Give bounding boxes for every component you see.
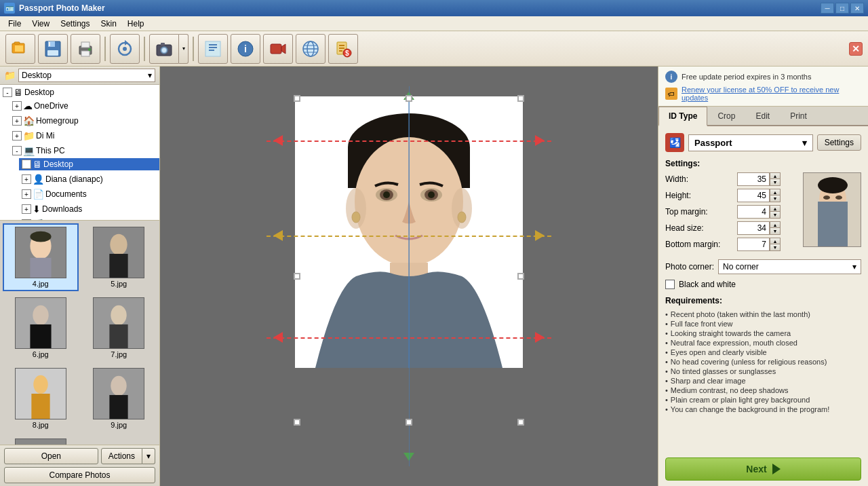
thumbnail-4[interactable]: 4.jpg — [3, 223, 79, 291]
close-toolbar-button[interactable]: ✕ — [849, 42, 863, 56]
width-input[interactable] — [737, 172, 770, 186]
width-up-button[interactable]: ▲ — [770, 172, 781, 179]
svg-rect-38 — [30, 258, 51, 278]
tree-row-diana[interactable]: + 👤 Diana (dianapc) — [19, 173, 159, 185]
tree-row-desktop-sub[interactable]: + 🖥 Desktop — [19, 158, 159, 170]
photo-preview — [803, 172, 861, 247]
corner-handle-tr[interactable] — [517, 95, 524, 102]
crop-arrow-left-top[interactable] — [273, 135, 283, 146]
minimize-button[interactable]: ─ — [821, 3, 834, 14]
svg-marker-24 — [281, 44, 285, 54]
passport-selector: 🛂 Passport ▾ Settings — [665, 133, 861, 152]
bw-checkbox[interactable] — [665, 280, 675, 289]
orders-button[interactable]: $ — [328, 34, 358, 64]
bottom-margin-up-button[interactable]: ▲ — [770, 238, 781, 244]
height-input[interactable] — [737, 189, 770, 202]
menu-file[interactable]: File — [3, 18, 26, 30]
menu-settings[interactable]: Settings — [55, 18, 95, 30]
corner-handle-bl[interactable] — [294, 419, 300, 426]
svg-text:$: $ — [345, 50, 349, 57]
tree-expand-homegroup[interactable]: + — [12, 116, 22, 126]
tree-expand-desktop-sub[interactable]: + — [22, 160, 31, 169]
height-up-button[interactable]: ▲ — [770, 189, 781, 195]
thumbnail-8[interactable]: 8.jpg — [3, 364, 79, 432]
crop-arrow-left-chin[interactable] — [273, 332, 283, 343]
rotate-button[interactable] — [110, 34, 140, 64]
tree-row-documents[interactable]: + 📄 Documents — [19, 188, 159, 200]
tree-row-dimi[interactable]: + 📁 Di Mi — [9, 130, 159, 142]
crop-arrow-right-chin[interactable] — [535, 332, 545, 343]
menu-view[interactable]: View — [26, 18, 55, 30]
top-margin-up-button[interactable]: ▲ — [770, 205, 781, 212]
handle-top-center[interactable] — [406, 95, 412, 102]
head-size-down-button[interactable]: ▼ — [770, 228, 781, 235]
width-down-button[interactable]: ▼ — [770, 179, 781, 186]
compare-photos-button[interactable]: Compare Photos — [4, 467, 155, 483]
menu-skin[interactable]: Skin — [96, 18, 122, 30]
corner-handle-tl[interactable] — [294, 95, 300, 102]
actions-dropdown-button[interactable]: ▾ — [142, 448, 155, 464]
tree-row-downloads[interactable]: + ⬇ Downloads — [19, 203, 159, 215]
tree-row-onedrive[interactable]: + ☁ OneDrive — [9, 100, 159, 112]
tree-row-thispc[interactable]: - 💻 This PC — [9, 145, 159, 157]
head-size-input[interactable] — [737, 221, 770, 235]
tree-row-desktop[interactable]: - 🖥 Desktop — [0, 86, 159, 98]
thumbnail-9[interactable]: 9.jpg — [81, 364, 157, 432]
folder-dropdown[interactable]: Desktop ▾ — [18, 69, 155, 82]
renew-link[interactable]: Renew your license at 50% OFF to receive… — [682, 86, 861, 102]
tree-expand-downloads[interactable]: + — [22, 204, 31, 214]
menu-help[interactable]: Help — [122, 18, 150, 30]
camera-dropdown-button[interactable]: ▾ — [179, 34, 189, 64]
height-down-button[interactable]: ▼ — [770, 195, 781, 202]
tree-expand-diana[interactable]: + — [22, 174, 31, 184]
crop-handle-bottom[interactable] — [403, 453, 414, 461]
bottom-margin-down-button[interactable]: ▼ — [770, 244, 781, 251]
tab-print[interactable]: Print — [780, 107, 817, 125]
tree-expand-desktop[interactable]: - — [3, 88, 12, 97]
open-file-button[interactable] — [5, 34, 35, 64]
save-button[interactable] — [38, 34, 68, 64]
actions-button[interactable]: Actions — [101, 448, 142, 464]
toolbar: ▾ i $ ✕ — [0, 31, 868, 67]
top-margin-input[interactable] — [737, 205, 770, 219]
crop-arrow-right-eyes[interactable] — [535, 230, 545, 241]
handle-bottom-center[interactable] — [406, 419, 412, 426]
btn-row-1: Open Actions ▾ — [4, 448, 155, 464]
head-size-up-button[interactable]: ▲ — [770, 221, 781, 228]
thumbnail-6[interactable]: 6.jpg — [3, 294, 79, 362]
tree-expand-documents[interactable]: + — [22, 189, 31, 199]
crop-arrow-left-eyes[interactable] — [273, 230, 283, 241]
open-button[interactable]: Open — [4, 448, 98, 464]
info-button[interactable]: i — [231, 34, 260, 64]
print-button[interactable] — [71, 34, 100, 64]
next-button[interactable]: Next — [665, 457, 861, 481]
crop-arrow-right-top[interactable] — [535, 135, 545, 146]
close-window-button[interactable]: ✕ — [850, 3, 864, 14]
video-button[interactable] — [263, 34, 293, 64]
tab-crop[interactable]: Crop — [707, 107, 745, 125]
tree-expand-dimi[interactable]: + — [12, 131, 22, 141]
handle-left-center[interactable] — [294, 273, 300, 280]
tree-expand-onedrive[interactable]: + — [12, 101, 22, 111]
thumbnail-7[interactable]: 7.jpg — [81, 294, 157, 362]
handle-right-center[interactable] — [517, 273, 524, 280]
edit-button[interactable] — [198, 34, 228, 64]
tree-expand-thispc[interactable]: - — [12, 146, 22, 155]
camera-button[interactable] — [149, 34, 179, 64]
tree-row-homegroup[interactable]: + 🏠 Homegroup — [9, 115, 159, 127]
passport-type-dropdown[interactable]: Passport ▾ — [688, 134, 813, 151]
tab-id-type[interactable]: ID Type — [658, 107, 707, 126]
bottom-margin-input[interactable] — [737, 238, 770, 251]
maximize-button[interactable]: □ — [835, 3, 849, 14]
file-tree[interactable]: - 🖥 Desktop + ☁ OneDrive + 🏠 Homegrou — [0, 85, 159, 221]
top-margin-down-button[interactable]: ▼ — [770, 212, 781, 219]
thumbnail-extra[interactable]: 10.jpg — [3, 435, 79, 445]
web-button[interactable] — [296, 34, 326, 64]
tree-node-homegroup: + 🏠 Homegroup — [0, 113, 159, 128]
tab-edit[interactable]: Edit — [745, 107, 780, 125]
tree-label-desktop: Desktop — [24, 88, 54, 97]
thumbnail-5[interactable]: 5.jpg — [81, 223, 157, 291]
photo-corner-select[interactable]: No corner ▾ — [718, 259, 861, 274]
corner-handle-br[interactable] — [517, 419, 524, 426]
passport-settings-button[interactable]: Settings — [817, 134, 861, 151]
